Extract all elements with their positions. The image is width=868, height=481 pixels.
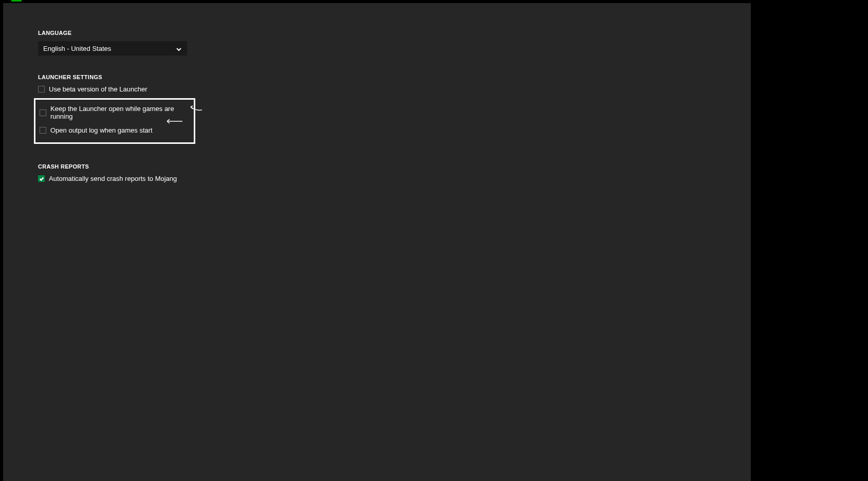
checkbox-keep-launcher-open[interactable]: Keep the Launcher open while games are r… — [40, 105, 190, 120]
language-heading: LANGUAGE — [38, 30, 716, 36]
checkbox-label: Open output log when games start — [50, 126, 153, 134]
checkbox-label: Automatically send crash reports to Moja… — [49, 175, 177, 182]
checkbox-send-crash-reports[interactable]: Automatically send crash reports to Moja… — [38, 175, 716, 182]
checkbox-label: Keep the Launcher open while games are r… — [50, 105, 190, 120]
language-dropdown[interactable]: English - United States — [38, 41, 187, 55]
language-selected-value: English - United States — [43, 45, 111, 52]
annotation-arrow-icon — [189, 103, 203, 114]
highlight-annotation-box: Keep the Launcher open while games are r… — [34, 98, 195, 144]
checkbox-label: Use beta version of the Launcher — [49, 85, 147, 93]
launcher-settings-heading: LAUNCHER SETTINGS — [38, 74, 716, 80]
checkbox-box-checked-icon — [38, 175, 45, 182]
top-accent-bar — [11, 0, 22, 2]
chevron-down-icon — [176, 45, 182, 51]
settings-panel: LANGUAGE English - United States LAUNCHE… — [3, 3, 751, 481]
checkbox-box-icon — [40, 127, 46, 134]
checkbox-box-icon — [38, 86, 45, 92]
crash-reports-section: CRASH REPORTS Automatically send crash r… — [38, 163, 716, 182]
checkbox-use-beta[interactable]: Use beta version of the Launcher — [38, 85, 716, 93]
launcher-settings-section: LAUNCHER SETTINGS Use beta version of th… — [38, 74, 716, 144]
crash-reports-heading: CRASH REPORTS — [38, 163, 716, 170]
checkbox-box-icon — [40, 109, 46, 116]
checkbox-open-output-log[interactable]: Open output log when games start — [40, 126, 190, 134]
